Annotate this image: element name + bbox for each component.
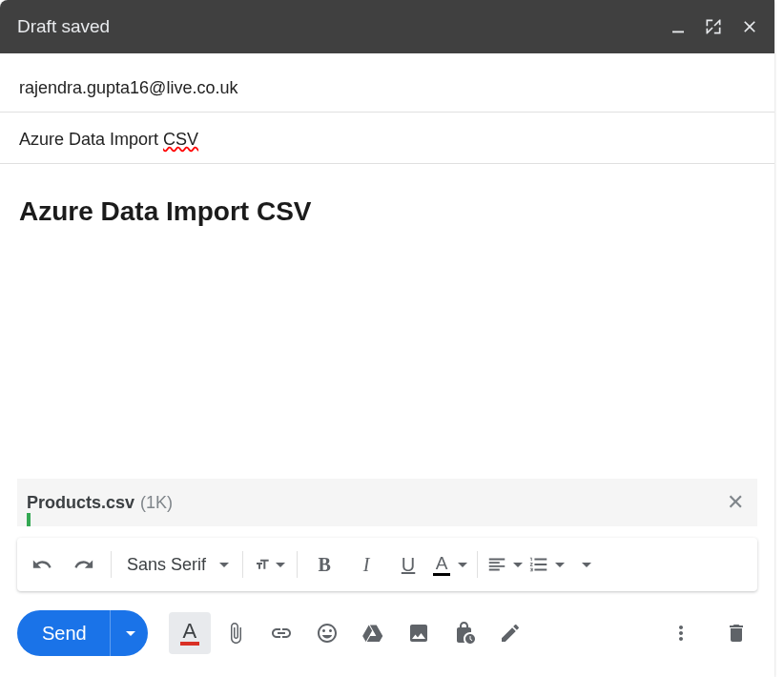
italic-button[interactable]: I <box>345 544 387 585</box>
svg-rect-0 <box>672 31 684 33</box>
lock-clock-icon <box>453 622 476 645</box>
align-left-icon <box>486 554 507 575</box>
font-name-label: Sans Serif <box>127 555 206 575</box>
right-actions <box>660 612 757 654</box>
insert-drive-button[interactable] <box>352 612 394 654</box>
font-family-select[interactable]: Sans Serif <box>117 544 237 585</box>
chevron-down-icon <box>513 563 523 567</box>
bottom-action-bar: Send A <box>0 591 774 677</box>
undo-icon <box>31 554 52 575</box>
attachment-size: (1K) <box>140 493 173 513</box>
subject-misspelled: CSV <box>163 130 198 149</box>
font-size-icon <box>255 552 270 577</box>
close-icon[interactable] <box>740 17 759 36</box>
text-color-icon: A <box>433 554 450 576</box>
emoji-icon <box>316 622 339 645</box>
email-body[interactable]: Azure Data Import CSV <box>0 164 774 479</box>
chevron-down-icon <box>582 563 591 567</box>
insert-emoji-button[interactable] <box>306 612 348 654</box>
discard-draft-button[interactable] <box>715 612 757 654</box>
compose-header: Draft saved <box>0 0 774 53</box>
drive-icon <box>361 622 384 645</box>
image-icon <box>407 622 430 645</box>
list-button[interactable] <box>526 544 567 585</box>
bold-icon: B <box>318 554 330 576</box>
fullscreen-icon[interactable] <box>704 17 723 36</box>
separator <box>111 551 112 578</box>
link-icon <box>270 622 293 645</box>
more-options-button[interactable] <box>660 612 702 654</box>
text-color-button[interactable]: A <box>429 544 471 585</box>
formatting-options-button[interactable]: A <box>169 612 211 654</box>
underline-icon: U <box>402 554 415 576</box>
send-options-button[interactable] <box>110 610 148 656</box>
redo-icon <box>73 554 94 575</box>
confidential-mode-button[interactable] <box>444 612 485 654</box>
compose-window: Draft saved rajendra.gupta16@live.co.uk … <box>0 0 774 677</box>
pen-icon <box>499 622 522 645</box>
format-icon: A <box>180 621 199 646</box>
recipient-text: rajendra.gupta16@live.co.uk <box>19 78 237 97</box>
to-field[interactable]: rajendra.gupta16@live.co.uk <box>0 53 774 113</box>
body-heading: Azure Data Import CSV <box>19 196 755 227</box>
send-button-group: Send <box>17 610 148 656</box>
chevron-down-icon <box>555 563 565 567</box>
remove-attachment-icon[interactable]: ✕ <box>727 492 744 513</box>
numbered-list-icon <box>528 554 549 575</box>
subject-field[interactable]: Azure Data Import CSV <box>0 113 774 164</box>
font-size-button[interactable] <box>249 544 291 585</box>
insert-photo-button[interactable] <box>398 612 440 654</box>
left-actions: Send A <box>17 610 531 656</box>
chevron-down-icon <box>276 563 285 567</box>
more-vert-icon <box>670 622 692 645</box>
separator <box>477 551 478 578</box>
header-title: Draft saved <box>17 16 110 37</box>
separator <box>242 551 243 578</box>
send-button[interactable]: Send <box>17 610 110 656</box>
align-button[interactable] <box>484 544 526 585</box>
subject-prefix: Azure Data Import <box>19 130 163 149</box>
header-controls <box>670 17 759 36</box>
insert-link-button[interactable] <box>260 612 302 654</box>
chevron-down-icon <box>458 563 467 567</box>
insert-signature-button[interactable] <box>489 612 531 654</box>
attachment-filename: Products.csv <box>27 493 134 513</box>
attachment-info: Products.csv (1K) <box>27 493 173 513</box>
redo-button[interactable] <box>63 544 105 585</box>
attach-file-button[interactable] <box>215 612 257 654</box>
minimize-icon[interactable] <box>670 18 687 35</box>
separator <box>297 551 298 578</box>
bold-button[interactable]: B <box>303 544 345 585</box>
italic-icon: I <box>363 554 370 576</box>
trash-icon <box>725 622 748 645</box>
undo-button[interactable] <box>21 544 63 585</box>
chevron-down-icon <box>126 631 135 636</box>
formatting-toolbar: Sans Serif B I U A <box>17 538 757 591</box>
underline-button[interactable]: U <box>387 544 429 585</box>
attachment-chip[interactable]: Products.csv (1K) ✕ <box>17 479 757 526</box>
paperclip-icon <box>224 622 247 645</box>
upload-progress-indicator <box>27 513 31 526</box>
chevron-down-icon <box>219 563 229 567</box>
more-formatting-button[interactable] <box>567 544 602 585</box>
